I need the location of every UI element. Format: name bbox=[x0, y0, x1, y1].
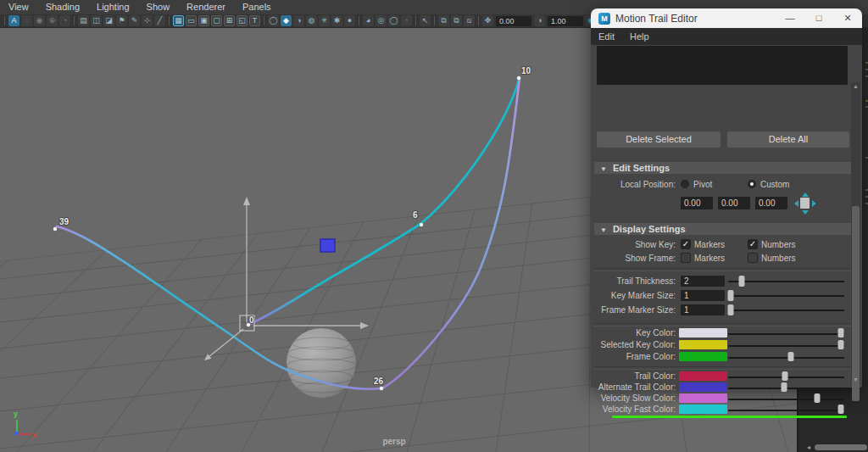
slider-handle[interactable] bbox=[837, 328, 843, 338]
position-manipulator-widget[interactable] bbox=[794, 194, 816, 213]
key-marker-size-slider[interactable] bbox=[728, 290, 844, 301]
minimize-button[interactable]: — bbox=[776, 8, 804, 28]
trail-color-swatch[interactable] bbox=[679, 371, 727, 381]
textured-mode-icon[interactable]: ◑ bbox=[293, 15, 304, 26]
custom-radio[interactable] bbox=[748, 180, 756, 188]
exposure-field[interactable]: 0.00 bbox=[496, 16, 531, 26]
delete-selected-button[interactable]: Delete Selected bbox=[597, 131, 721, 148]
trail-color-slider[interactable] bbox=[728, 371, 844, 381]
motion-trail-start-segment[interactable] bbox=[248, 291, 309, 325]
bookmark-back-icon[interactable]: ◫ bbox=[91, 15, 102, 26]
key-marker-26[interactable] bbox=[380, 387, 383, 390]
slider-handle[interactable] bbox=[728, 304, 734, 315]
slider-handle[interactable] bbox=[728, 290, 734, 301]
key-color-slider[interactable] bbox=[728, 328, 844, 338]
motion-blur-icon[interactable]: ● bbox=[344, 15, 355, 26]
show-key-numbers-checkbox[interactable]: ✓ bbox=[748, 239, 758, 249]
ambient-occlusion-icon[interactable]: ✱ bbox=[331, 15, 342, 26]
scroll-down-arrow-icon[interactable]: ▼ bbox=[851, 377, 860, 383]
gamma-field[interactable]: 1.00 bbox=[548, 16, 583, 26]
pivot-radio[interactable] bbox=[681, 180, 689, 188]
alternate-trail-color-slider[interactable] bbox=[728, 382, 844, 392]
frame-color-swatch[interactable] bbox=[679, 352, 727, 361]
slider-handle[interactable] bbox=[782, 371, 788, 381]
position-y-field[interactable]: 0.00 bbox=[718, 197, 750, 209]
velocity-fast-color-swatch[interactable] bbox=[679, 405, 727, 414]
depth-of-field-icon[interactable]: ◯ bbox=[388, 15, 399, 26]
selected-key-color-swatch[interactable] bbox=[679, 340, 727, 349]
editor-menu-help[interactable]: Help bbox=[622, 31, 657, 42]
editor-scrollbar[interactable]: ▲ ▼ bbox=[851, 82, 860, 384]
position-x-field[interactable]: 0.00 bbox=[681, 197, 713, 209]
slider-handle[interactable] bbox=[739, 276, 745, 287]
gamma-icon[interactable]: ◑ bbox=[534, 15, 545, 26]
menu-renderer[interactable]: Renderer bbox=[178, 0, 234, 14]
menu-show[interactable]: Show bbox=[138, 0, 179, 14]
edit-settings-header[interactable]: ▼Edit Settings bbox=[594, 162, 853, 174]
motion-trail-fast-segment[interactable] bbox=[309, 78, 520, 291]
exposure-icon[interactable]: ✥ bbox=[482, 15, 493, 26]
velocity-fast-color-slider[interactable] bbox=[728, 405, 844, 414]
paste-panel-icon[interactable]: ⧉ bbox=[451, 15, 462, 26]
key-marker-size-field[interactable]: 1 bbox=[681, 290, 725, 301]
slider-handle[interactable] bbox=[781, 382, 787, 392]
select-tool-icon[interactable]: A bbox=[8, 15, 19, 26]
move-tool-icon[interactable]: ⊕ bbox=[47, 15, 58, 26]
menu-shading[interactable]: Shading bbox=[37, 0, 88, 14]
rotate-tool-icon[interactable]: ◔ bbox=[59, 15, 70, 26]
cursor-select-icon[interactable]: ↖ bbox=[420, 15, 431, 26]
key-marker-39[interactable] bbox=[53, 227, 57, 231]
snap-tool-icon[interactable]: ⊹ bbox=[142, 15, 153, 26]
show-frame-markers-checkbox[interactable] bbox=[681, 253, 691, 263]
show-key-markers-checkbox[interactable]: ✓ bbox=[681, 239, 691, 249]
brush-tool-icon[interactable]: ✎ bbox=[129, 15, 140, 26]
position-z-field[interactable]: 0.00 bbox=[755, 197, 787, 209]
grid-display-icon[interactable]: ▦ bbox=[173, 15, 184, 26]
scroll-left-arrow-icon[interactable]: ◂ bbox=[807, 444, 810, 451]
alternate-trail-color-swatch[interactable] bbox=[679, 382, 727, 392]
safe-title-icon[interactable]: T bbox=[249, 15, 260, 26]
velocity-slow-color-swatch[interactable] bbox=[679, 393, 727, 403]
lasso-tool-icon[interactable]: ◌ bbox=[21, 15, 32, 26]
menu-view[interactable]: View bbox=[0, 0, 37, 14]
greyscale-icon[interactable]: ▫ bbox=[401, 15, 412, 26]
delete-all-button[interactable]: Delete All bbox=[727, 131, 849, 148]
shadows-icon[interactable]: ✳ bbox=[319, 15, 330, 26]
key-marker-6[interactable] bbox=[420, 223, 423, 226]
frame-marker-size-field[interactable]: 1 bbox=[681, 304, 725, 315]
tear-off-panel-icon[interactable]: ⧅ bbox=[464, 15, 475, 26]
wireframe-mode-icon[interactable]: ◯ bbox=[268, 15, 279, 26]
window-titlebar[interactable]: M Motion Trail Editor — □ ✕ bbox=[591, 8, 862, 28]
trail-thickness-slider[interactable] bbox=[728, 276, 844, 287]
horizontal-scrollbar[interactable] bbox=[815, 444, 867, 450]
field-chart-icon[interactable]: ⊞ bbox=[224, 15, 235, 26]
slider-handle[interactable] bbox=[837, 405, 843, 414]
trail-list-box[interactable] bbox=[597, 46, 848, 85]
velocity-slow-color-slider[interactable] bbox=[728, 393, 844, 403]
menu-panels[interactable]: Panels bbox=[234, 0, 280, 14]
pencil-icon[interactable]: ╱ bbox=[154, 15, 165, 26]
gate-mask-icon[interactable]: ▢ bbox=[211, 15, 222, 26]
display-settings-header[interactable]: ▼Display Settings bbox=[594, 223, 853, 235]
slider-handle[interactable] bbox=[837, 340, 843, 349]
shaded-mode-icon[interactable]: ◆ bbox=[281, 15, 292, 26]
slider-handle[interactable] bbox=[787, 352, 793, 361]
key-color-swatch[interactable] bbox=[679, 328, 727, 338]
use-all-lights-icon[interactable]: ◍ bbox=[306, 15, 317, 26]
resolution-gate-icon[interactable]: ▣ bbox=[198, 15, 209, 26]
key-marker-10[interactable] bbox=[517, 76, 520, 80]
cube-object[interactable] bbox=[320, 239, 335, 252]
bookmark-forward-icon[interactable]: ◪ bbox=[103, 15, 114, 26]
slider-handle[interactable] bbox=[815, 393, 821, 403]
paint-select-icon[interactable]: ◉ bbox=[34, 15, 45, 26]
close-button[interactable]: ✕ bbox=[833, 8, 862, 28]
bookmark-icon[interactable]: ⚑ bbox=[116, 15, 127, 26]
frame-color-slider[interactable] bbox=[728, 352, 844, 361]
show-frame-numbers-checkbox[interactable] bbox=[748, 253, 758, 263]
anti-alias-icon[interactable]: ◎ bbox=[376, 15, 387, 26]
manipulator-handle[interactable] bbox=[800, 198, 810, 209]
frame-marker-size-slider[interactable] bbox=[728, 304, 844, 315]
move-manipulator[interactable] bbox=[204, 197, 369, 360]
isolate-select-icon[interactable]: ◕ bbox=[363, 15, 374, 26]
editor-menu-edit[interactable]: Edit bbox=[591, 31, 622, 42]
